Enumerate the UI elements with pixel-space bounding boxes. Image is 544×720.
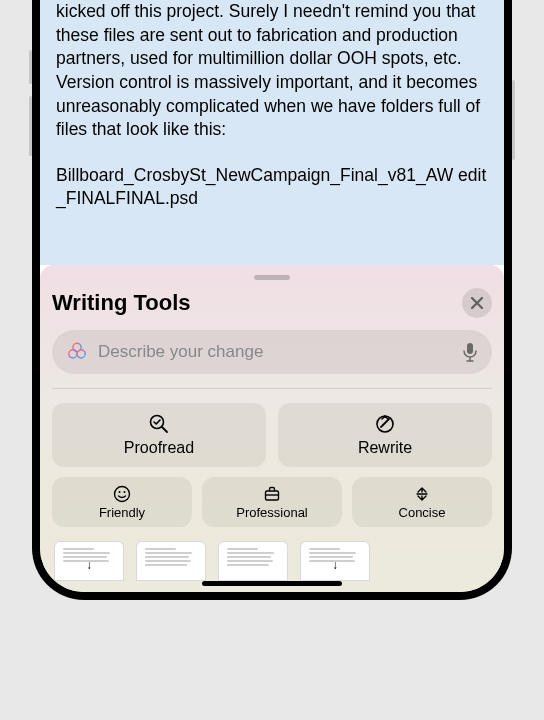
document-template-3[interactable] xyxy=(218,541,288,581)
sheet-grabber[interactable] xyxy=(254,275,290,280)
email-body-text: kicked off this project. Surely I needn'… xyxy=(56,0,488,142)
volume-up-button xyxy=(29,50,32,84)
home-indicator[interactable] xyxy=(202,581,342,586)
phone-frame: kicked off this project. Surely I needn'… xyxy=(32,0,512,600)
magnifier-check-icon xyxy=(148,413,170,435)
close-button[interactable] xyxy=(462,288,492,318)
doc-lines-icon xyxy=(227,548,279,566)
friendly-button[interactable]: Friendly xyxy=(52,477,192,527)
svg-point-7 xyxy=(119,491,121,493)
volume-down-button xyxy=(29,96,32,156)
microphone-icon[interactable] xyxy=(462,342,478,362)
svg-point-8 xyxy=(124,491,126,493)
professional-button[interactable]: Professional xyxy=(202,477,342,527)
writing-tools-sheet: Writing Tools xyxy=(40,265,504,592)
tool-row-secondary: Friendly Professional Concise xyxy=(52,477,492,527)
document-template-1[interactable]: ↓ xyxy=(54,541,124,581)
svg-point-1 xyxy=(69,350,77,358)
concise-label: Concise xyxy=(399,505,446,520)
svg-point-2 xyxy=(77,350,85,358)
email-content[interactable]: kicked off this project. Surely I needn'… xyxy=(40,0,504,265)
doc-lines-icon xyxy=(145,548,197,566)
email-filename-text: Billboard_CrosbySt_NewCampaign_Final_v81… xyxy=(56,164,488,211)
phone-screen: kicked off this project. Surely I needn'… xyxy=(40,0,504,592)
concise-button[interactable]: Concise xyxy=(352,477,492,527)
arrow-down-icon: ↓ xyxy=(332,558,338,572)
sheet-title: Writing Tools xyxy=(52,290,191,316)
arrow-down-icon: ↓ xyxy=(86,558,92,572)
describe-change-input[interactable] xyxy=(98,342,462,362)
rewrite-button[interactable]: Rewrite xyxy=(278,403,492,467)
rewrite-icon xyxy=(374,413,396,435)
proofread-button[interactable]: Proofread xyxy=(52,403,266,467)
concise-icon xyxy=(413,485,431,503)
close-icon xyxy=(471,297,483,309)
power-button xyxy=(512,80,515,160)
apple-intelligence-icon xyxy=(66,341,88,363)
rewrite-label: Rewrite xyxy=(358,439,412,457)
svg-point-6 xyxy=(115,486,130,501)
smile-icon xyxy=(113,485,131,503)
professional-label: Professional xyxy=(236,505,308,520)
svg-rect-3 xyxy=(467,343,473,354)
document-template-4[interactable]: ↓ xyxy=(300,541,370,581)
tool-row-primary: Proofread Rewrite xyxy=(52,403,492,467)
document-template-2[interactable] xyxy=(136,541,206,581)
friendly-label: Friendly xyxy=(99,505,145,520)
describe-change-input-bar[interactable] xyxy=(52,330,492,374)
briefcase-icon xyxy=(263,485,281,503)
sheet-header: Writing Tools xyxy=(52,288,492,318)
document-templates-row: ↓ xyxy=(52,541,492,581)
proofread-label: Proofread xyxy=(124,439,194,457)
divider xyxy=(52,388,492,389)
